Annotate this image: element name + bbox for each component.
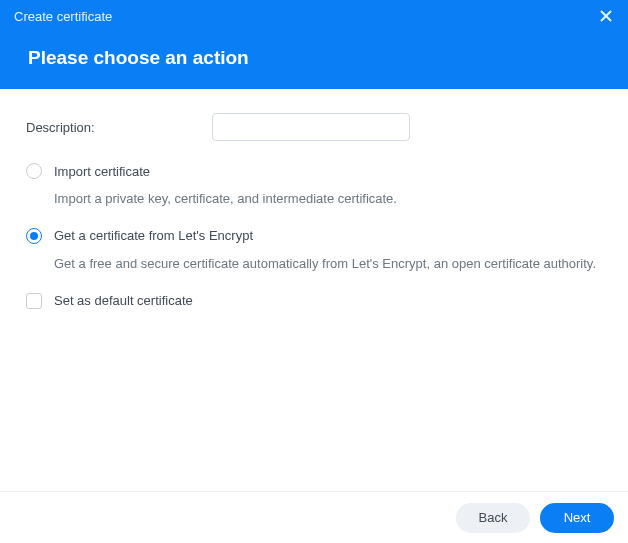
dialog-header: Create certificate Please choose an acti… (0, 0, 628, 89)
back-button[interactable]: Back (456, 503, 530, 533)
close-icon[interactable] (597, 7, 615, 25)
header-top-row: Create certificate (14, 0, 614, 32)
radio-icon (26, 163, 42, 179)
option-import-description: Import a private key, certificate, and i… (54, 189, 602, 210)
radio-icon (26, 228, 42, 244)
dialog-footer: Back Next (0, 491, 628, 543)
next-button[interactable]: Next (540, 503, 614, 533)
dialog-subtitle: Please choose an action (14, 47, 614, 69)
radio-import-label: Import certificate (54, 164, 150, 179)
checkbox-icon (26, 293, 42, 309)
radio-letsencrypt[interactable]: Get a certificate from Let's Encrypt (26, 228, 602, 244)
description-row: Description: (26, 113, 602, 141)
radio-letsencrypt-label: Get a certificate from Let's Encrypt (54, 228, 253, 243)
dialog-content: Description: Import certificate Import a… (0, 89, 628, 491)
checkbox-default[interactable]: Set as default certificate (26, 293, 602, 309)
option-letsencrypt: Get a certificate from Let's Encrypt Get… (26, 228, 602, 275)
checkbox-default-label: Set as default certificate (54, 293, 193, 308)
description-input[interactable] (212, 113, 410, 141)
dialog-title: Create certificate (14, 9, 112, 24)
description-label: Description: (26, 120, 212, 135)
radio-import[interactable]: Import certificate (26, 163, 602, 179)
option-import: Import certificate Import a private key,… (26, 163, 602, 210)
option-letsencrypt-description: Get a free and secure certificate automa… (54, 254, 602, 275)
